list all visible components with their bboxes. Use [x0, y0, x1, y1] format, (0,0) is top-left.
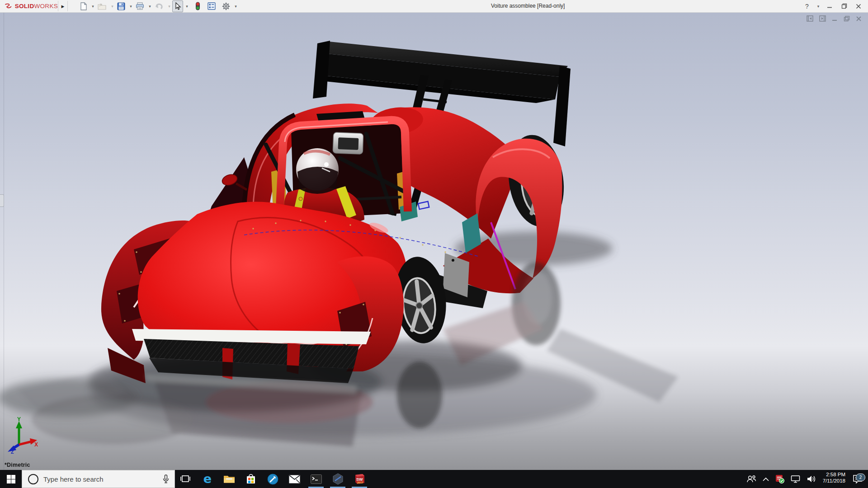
- volume-button[interactable]: [803, 470, 819, 488]
- close-button[interactable]: [853, 0, 864, 12]
- tray-chevron-button[interactable]: [760, 470, 772, 488]
- solidworks-desktop: SOLIDWORKS ► ▾ ▾ ▾ ▾ ▾ ▾: [0, 0, 868, 488]
- triad-x-label: X: [34, 441, 38, 448]
- doc-restore-icon[interactable]: [844, 16, 850, 22]
- solidworks-tray-button[interactable]: [772, 470, 788, 488]
- ds-logo-mark: [5, 2, 13, 10]
- mail-icon: [289, 475, 300, 483]
- microphone-icon[interactable]: [163, 474, 169, 483]
- undo-button[interactable]: [153, 0, 165, 12]
- view-orientation-label: *Dimetric: [5, 462, 30, 468]
- system-tray: 2:58 PM 7/11/2018 2: [743, 470, 868, 488]
- notification-badge: 2: [856, 474, 865, 481]
- 3d-model-scene[interactable]: [0, 13, 868, 470]
- doc-close-icon[interactable]: [856, 16, 862, 22]
- new-document-button[interactable]: [78, 0, 89, 12]
- windows-taskbar: Type here to search e: [0, 470, 868, 488]
- select-tool-button[interactable]: [172, 0, 183, 12]
- action-center-button[interactable]: 2: [849, 474, 868, 483]
- clock-date: 7/11/2018: [823, 478, 845, 484]
- task-view-button[interactable]: [175, 470, 197, 488]
- open-dropdown-caret[interactable]: ▾: [110, 4, 114, 9]
- triad-z-label: Z: [11, 449, 14, 454]
- solidworks-2017-icon: SW 2017: [354, 473, 365, 485]
- new-dropdown-caret[interactable]: ▾: [91, 4, 95, 9]
- triad-y-label: Y: [17, 417, 21, 422]
- edge-icon: e: [203, 473, 212, 485]
- people-button[interactable]: [743, 470, 760, 488]
- save-button[interactable]: [115, 0, 127, 12]
- taskbar-mail[interactable]: [283, 470, 305, 488]
- command-prompt-icon: [311, 474, 322, 484]
- taskbar-command-prompt[interactable]: [305, 470, 327, 488]
- taskbar-clock[interactable]: 2:58 PM 7/11/2018: [819, 469, 849, 488]
- network-icon: [791, 475, 800, 483]
- taskbar-solidworks[interactable]: SW 2017: [349, 470, 370, 488]
- chevron-up-icon: [763, 477, 769, 481]
- minimize-button[interactable]: [824, 0, 835, 12]
- select-dropdown-caret[interactable]: ▾: [185, 4, 189, 9]
- taskbar-store[interactable]: [240, 470, 262, 488]
- cortana-icon: [28, 474, 38, 484]
- store-icon: [246, 474, 256, 484]
- taskbar-search[interactable]: Type here to search: [22, 470, 175, 488]
- help-dropdown-caret[interactable]: ▾: [816, 0, 821, 12]
- print-dropdown-caret[interactable]: ▾: [148, 4, 152, 9]
- brand-text: SOLIDWORKS: [15, 3, 58, 9]
- solidworks-tray-icon: [775, 474, 784, 483]
- expand-right-icon[interactable]: [819, 15, 826, 22]
- print-button[interactable]: [134, 0, 146, 12]
- restore-button[interactable]: [838, 0, 850, 12]
- save-dropdown-caret[interactable]: ▾: [129, 4, 133, 9]
- doc-minimize-icon[interactable]: [832, 16, 838, 22]
- undo-dropdown-caret[interactable]: ▾: [167, 4, 171, 9]
- taskbar-file-explorer[interactable]: [218, 470, 240, 488]
- collapse-left-icon[interactable]: [807, 15, 813, 22]
- file-explorer-icon: [223, 474, 235, 484]
- hexagon-app-icon: [332, 473, 344, 485]
- graphics-viewport[interactable]: Y X Z *Dimetric: [0, 13, 868, 470]
- search-placeholder: Type here to search: [43, 475, 163, 483]
- network-button[interactable]: [788, 470, 803, 488]
- origin-point: [299, 197, 302, 201]
- taskbar-tools-app[interactable]: [262, 470, 283, 488]
- feature-panel-splitter[interactable]: [4, 13, 4, 470]
- taskbar-hexagon-app[interactable]: [327, 470, 349, 488]
- quick-toolbar: ▾ ▾ ▾ ▾ ▾ ▾ ▾: [78, 0, 238, 12]
- document-window-controls: [807, 15, 862, 22]
- clock-time: 2:58 PM: [823, 471, 845, 478]
- open-button[interactable]: [96, 0, 108, 12]
- help-button[interactable]: ?: [801, 0, 813, 12]
- solidworks-logo: SOLIDWORKS: [0, 2, 58, 10]
- settings-dropdown-caret[interactable]: ▾: [234, 4, 238, 9]
- taskbar-edge[interactable]: e: [197, 470, 218, 488]
- settings-gear-button[interactable]: [220, 0, 232, 12]
- volume-icon: [807, 475, 816, 483]
- menu-expand-arrow[interactable]: ►: [58, 1, 68, 11]
- window-title: Voiture assomblee [Read-only]: [491, 0, 565, 12]
- svg-text:2017: 2017: [357, 481, 363, 484]
- wrench-circle-icon: [267, 474, 278, 485]
- options-list-button[interactable]: [206, 0, 217, 12]
- people-icon: [746, 475, 756, 483]
- feature-panel-tab[interactable]: [0, 194, 4, 207]
- window-controls: ? ▾: [801, 0, 864, 12]
- title-bar: SOLIDWORKS ► ▾ ▾ ▾ ▾ ▾ ▾: [0, 0, 868, 13]
- intake-box[interactable]: [333, 132, 363, 154]
- start-button[interactable]: [0, 470, 22, 488]
- reference-triad[interactable]: Y X Z: [5, 417, 39, 454]
- rebuild-traffic-light-button[interactable]: [193, 0, 202, 12]
